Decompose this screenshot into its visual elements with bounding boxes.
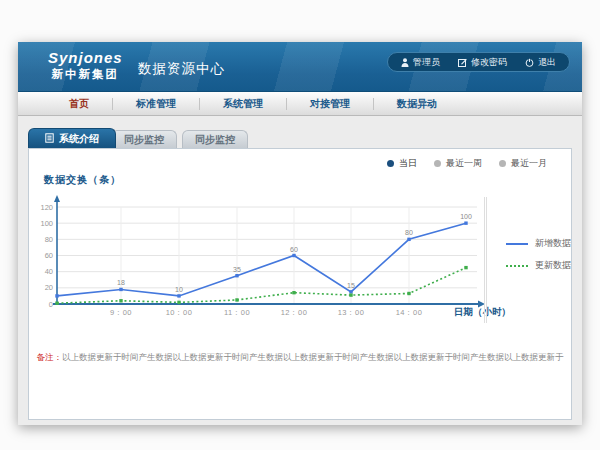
nav-item-system-mgmt[interactable]: 系统管理	[200, 98, 287, 110]
svg-text:18: 18	[117, 279, 125, 286]
power-icon	[525, 58, 534, 67]
svg-text:日期（小时）: 日期（小时）	[454, 306, 511, 318]
legend-divider	[484, 197, 487, 323]
dotted-line-icon	[506, 265, 528, 267]
user-name-label: 管理员	[413, 56, 440, 69]
svg-text:60: 60	[45, 251, 53, 260]
tab-sync-monitor-2[interactable]: 同步监控	[182, 130, 248, 148]
svg-text:35: 35	[233, 266, 241, 273]
svg-text:100: 100	[40, 219, 53, 228]
current-user-button[interactable]: 管理员	[392, 56, 449, 69]
filter-today[interactable]: 当日	[387, 157, 417, 170]
svg-text:40: 40	[45, 267, 53, 276]
nav-item-data-change[interactable]: 数据异动	[374, 98, 460, 110]
svg-text:10：00: 10：00	[166, 308, 193, 317]
tab-sync-monitor-1[interactable]: 同步监控	[111, 130, 177, 148]
legend-label: 更新数据	[535, 259, 571, 272]
filter-label: 最近一月	[511, 157, 547, 170]
nav-item-home[interactable]: 首页	[46, 98, 113, 110]
document-icon	[45, 133, 54, 145]
svg-text:0: 0	[49, 300, 53, 309]
exchange-chart: 0204060801001209：0010：0011：0012：0013：001…	[31, 194, 571, 329]
tab-bar: 系统介绍 同步监控 同步监控	[28, 128, 248, 148]
app-window: Synjones 新中新集团 数据资源中心 管理员 修改密码 退出	[18, 42, 582, 425]
tab-label: 同步监控	[195, 133, 235, 147]
svg-text:80: 80	[405, 229, 413, 236]
svg-text:13：00: 13：00	[338, 308, 365, 317]
series-legend: 新增数据 更新数据	[506, 237, 571, 272]
svg-text:120: 120	[40, 203, 53, 212]
tab-label: 同步监控	[124, 133, 164, 147]
legend-new-data[interactable]: 新增数据	[506, 237, 571, 250]
nav-item-standard-mgmt[interactable]: 标准管理	[113, 98, 200, 110]
y-axis-title: 数据交换（条）	[44, 173, 121, 187]
radio-icon	[434, 160, 441, 167]
company-logo: Synjones 新中新集团	[48, 49, 123, 82]
change-password-label: 修改密码	[471, 56, 507, 69]
svg-text:14：00: 14：00	[396, 308, 423, 317]
footnote-text: 以上数据更新于时间产生数据以上数据更新于时间产生数据以上数据更新于时间产生数据以…	[62, 352, 564, 362]
svg-text:60: 60	[290, 246, 298, 253]
svg-text:15: 15	[347, 282, 355, 289]
filter-label: 当日	[399, 157, 417, 170]
user-icon	[401, 58, 409, 67]
logo-text-cn: 新中新集团	[48, 67, 123, 82]
logo-text-en: Synjones	[48, 49, 123, 67]
user-menu: 管理员 修改密码 退出	[387, 52, 570, 72]
chart-panel: 当日 最近一周 最近一月 数据交换（条） 0204060801001209：00…	[28, 148, 572, 420]
app-header: Synjones 新中新集团 数据资源中心 管理员 修改密码 退出	[18, 42, 582, 92]
filter-last-week[interactable]: 最近一周	[434, 157, 482, 170]
change-password-button[interactable]: 修改密码	[449, 56, 516, 69]
filter-last-month[interactable]: 最近一月	[499, 157, 547, 170]
svg-text:100: 100	[460, 213, 472, 220]
time-range-filter: 当日 最近一周 最近一月	[387, 157, 547, 170]
legend-update-data[interactable]: 更新数据	[506, 259, 571, 272]
svg-text:9：00: 9：00	[110, 308, 132, 317]
svg-text:12：00: 12：00	[281, 308, 308, 317]
solid-line-icon	[506, 243, 528, 245]
edit-icon	[458, 58, 467, 67]
svg-text:10: 10	[175, 286, 183, 293]
content-area: 系统介绍 同步监控 同步监控 当日 最近一周	[18, 116, 582, 425]
tab-system-intro[interactable]: 系统介绍	[28, 128, 116, 148]
page-title: 数据资源中心	[138, 60, 225, 78]
legend-label: 新增数据	[535, 237, 571, 250]
svg-text:80: 80	[45, 235, 53, 244]
footnote: 备注：以上数据更新于时间产生数据以上数据更新于时间产生数据以上数据更新于时间产生…	[29, 352, 571, 364]
filter-label: 最近一周	[446, 157, 482, 170]
tab-label: 系统介绍	[59, 132, 99, 146]
radio-selected-icon	[387, 160, 394, 167]
svg-text:20: 20	[45, 283, 53, 292]
radio-icon	[499, 160, 506, 167]
footnote-label: 备注：	[37, 352, 63, 362]
logout-label: 退出	[538, 56, 556, 69]
main-nav: 首页 标准管理 系统管理 对接管理 数据异动	[18, 92, 582, 116]
logout-button[interactable]: 退出	[516, 56, 565, 69]
svg-text:11：00: 11：00	[224, 308, 250, 317]
nav-item-connect-mgmt[interactable]: 对接管理	[287, 98, 374, 110]
